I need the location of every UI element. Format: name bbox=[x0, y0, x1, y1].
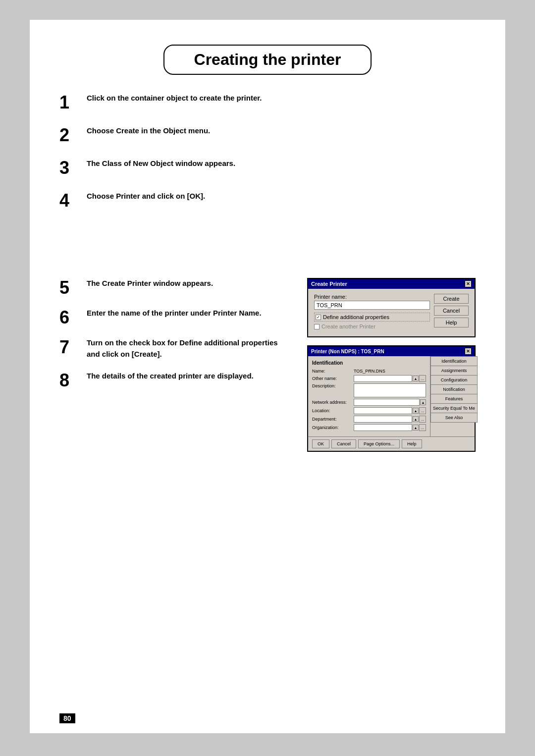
department-label: Department: bbox=[312, 417, 352, 422]
create-printer-titlebar: Create Printer ✕ bbox=[308, 279, 475, 289]
other-name-field-row: Other name: ▲ ... bbox=[312, 375, 426, 382]
organization-label: Organization: bbox=[312, 425, 352, 430]
location-field-row: Location: ▲ ... bbox=[312, 407, 426, 414]
bottom-section: 5 The Create Printer window appears. 6 E… bbox=[59, 278, 476, 452]
step-7-text: Turn on the check box for Define additio… bbox=[87, 337, 287, 360]
step-7: 7 Turn on the check box for Define addit… bbox=[59, 337, 287, 360]
create-another-row: Create another Printer bbox=[314, 324, 430, 329]
name-field-row: Name: TOS_PRN.DNS bbox=[312, 369, 426, 374]
steps-1-4: 1 Click on the container object to creat… bbox=[59, 93, 476, 210]
create-printer-close-button[interactable]: ✕ bbox=[465, 280, 472, 287]
security-equal-tab[interactable]: Security Equal To Me bbox=[430, 403, 478, 413]
identification-tab[interactable]: Identification bbox=[430, 356, 478, 366]
printer-props-close-button[interactable]: ✕ bbox=[465, 348, 472, 355]
step-2-number: 2 bbox=[59, 125, 87, 144]
location-input-wrapper: ▲ ... bbox=[354, 407, 426, 414]
props-cancel-button[interactable]: Cancel bbox=[331, 439, 356, 448]
organization-browse-btn[interactable]: ... bbox=[419, 424, 426, 431]
props-page-options-button[interactable]: Page Options... bbox=[358, 439, 400, 448]
step-2-text: Choose Create in the Object menu. bbox=[87, 125, 476, 137]
create-printer-dialog: Create Printer ✕ Printer name: Define ad… bbox=[307, 278, 476, 337]
step-5-number: 5 bbox=[59, 278, 87, 297]
help-button[interactable]: Help bbox=[434, 318, 469, 327]
network-address-field-row: Network address: ▲ bbox=[312, 399, 426, 406]
create-printer-buttons: Create Cancel Help bbox=[434, 294, 469, 331]
department-arrow[interactable]: ▲ bbox=[413, 416, 419, 422]
printer-name-input[interactable] bbox=[314, 301, 430, 310]
organization-field-row: Organization: ▲ ... bbox=[312, 424, 426, 431]
step-3-text: The Class of New Object window appears. bbox=[87, 158, 476, 169]
step-3-number: 3 bbox=[59, 158, 87, 177]
step-4-text: Choose Printer and click on [OK]. bbox=[87, 191, 476, 202]
other-name-input[interactable] bbox=[354, 375, 412, 382]
name-label: Name: bbox=[312, 369, 352, 374]
organization-arrow[interactable]: ▲ bbox=[413, 425, 419, 431]
network-address-label: Network address: bbox=[312, 400, 352, 405]
see-also-tab[interactable]: See Also bbox=[430, 413, 478, 423]
assignments-tab[interactable]: Assignments bbox=[430, 366, 478, 375]
title-section: Creating the printer bbox=[59, 45, 476, 75]
features-tab[interactable]: Features bbox=[430, 394, 478, 403]
props-help-button[interactable]: Help bbox=[402, 439, 422, 448]
network-address-arrow[interactable]: ▲ bbox=[420, 399, 426, 405]
create-button[interactable]: Create bbox=[434, 294, 469, 304]
create-another-label: Create another Printer bbox=[321, 324, 375, 329]
step-8-text: The details of the created printer are d… bbox=[87, 371, 287, 382]
create-printer-body: Printer name: Define additional properti… bbox=[308, 289, 475, 336]
define-properties-row: Define additional properties bbox=[314, 313, 430, 322]
step-8: 8 The details of the created printer are… bbox=[59, 371, 287, 389]
name-value: TOS_PRN.DNS bbox=[354, 369, 385, 374]
cancel-button[interactable]: Cancel bbox=[434, 306, 469, 316]
step-4: 4 Choose Printer and click on [OK]. bbox=[59, 191, 476, 210]
organization-input[interactable] bbox=[354, 424, 412, 431]
notification-tab[interactable]: Notification bbox=[430, 384, 478, 394]
steps-5-8: 5 The Create Printer window appears. 6 E… bbox=[59, 278, 287, 452]
other-name-browse-btn[interactable]: ... bbox=[419, 375, 426, 382]
network-address-input[interactable] bbox=[354, 399, 420, 406]
identification-section-title: Identification bbox=[312, 360, 426, 366]
step-4-number: 4 bbox=[59, 191, 87, 210]
location-label: Location: bbox=[312, 408, 352, 413]
step-6-number: 6 bbox=[59, 308, 87, 326]
department-input-wrapper: ▲ ... bbox=[354, 416, 426, 423]
printer-props-footer: OK Cancel Page Options... Help bbox=[308, 436, 475, 451]
create-another-checkbox[interactable] bbox=[314, 324, 320, 329]
organization-input-wrapper: ▲ ... bbox=[354, 424, 426, 431]
step-6-text: Enter the name of the printer under Prin… bbox=[87, 308, 287, 319]
printer-props-titlebar: Printer (Non NDPS) : TOS_PRN ✕ bbox=[308, 346, 475, 356]
configuration-tab[interactable]: Configuration bbox=[430, 375, 478, 384]
printer-props-sidebar: Identification Assignments Configuration… bbox=[430, 356, 478, 436]
description-label: Description: bbox=[312, 383, 352, 388]
location-arrow[interactable]: ▲ bbox=[413, 408, 419, 414]
description-field-row: Description: bbox=[312, 383, 426, 397]
step-1-number: 1 bbox=[59, 93, 87, 111]
other-name-label: Other name: bbox=[312, 376, 352, 381]
step-2: 2 Choose Create in the Object menu. bbox=[59, 125, 476, 144]
description-input[interactable] bbox=[354, 383, 426, 397]
department-browse-btn[interactable]: ... bbox=[419, 416, 426, 423]
step-3: 3 The Class of New Object window appears… bbox=[59, 158, 476, 177]
define-properties-checkbox[interactable] bbox=[316, 315, 321, 320]
define-properties-label: Define additional properties bbox=[323, 314, 389, 320]
page-number: 80 bbox=[59, 713, 75, 723]
other-name-input-wrapper: ▲ ... bbox=[354, 375, 426, 382]
step-6: 6 Enter the name of the printer under Pr… bbox=[59, 308, 287, 326]
other-name-up-arrow[interactable]: ▲ bbox=[413, 376, 419, 381]
printer-props-main: Identification Name: TOS_PRN.DNS Other n… bbox=[308, 356, 430, 436]
printer-props-dialog: Printer (Non NDPS) : TOS_PRN ✕ Identific… bbox=[307, 345, 476, 452]
step-5: 5 The Create Printer window appears. bbox=[59, 278, 287, 297]
location-input[interactable] bbox=[354, 407, 412, 414]
page-title: Creating the printer bbox=[194, 51, 341, 69]
printer-props-body: Identification Name: TOS_PRN.DNS Other n… bbox=[308, 356, 475, 436]
step-5-text: The Create Printer window appears. bbox=[87, 278, 287, 289]
location-browse-btn[interactable]: ... bbox=[419, 407, 426, 414]
create-printer-title: Create Printer bbox=[311, 281, 347, 287]
dialogs-section: Create Printer ✕ Printer name: Define ad… bbox=[307, 278, 476, 452]
props-ok-button[interactable]: OK bbox=[312, 439, 329, 448]
page: Creating the printer 1 Click on the cont… bbox=[30, 20, 505, 733]
network-address-input-wrapper: ▲ bbox=[354, 399, 426, 406]
printer-props-title: Printer (Non NDPS) : TOS_PRN bbox=[311, 349, 384, 354]
department-field-row: Department: ▲ ... bbox=[312, 416, 426, 423]
printer-name-label: Printer name: bbox=[314, 294, 430, 300]
department-input[interactable] bbox=[354, 416, 412, 423]
